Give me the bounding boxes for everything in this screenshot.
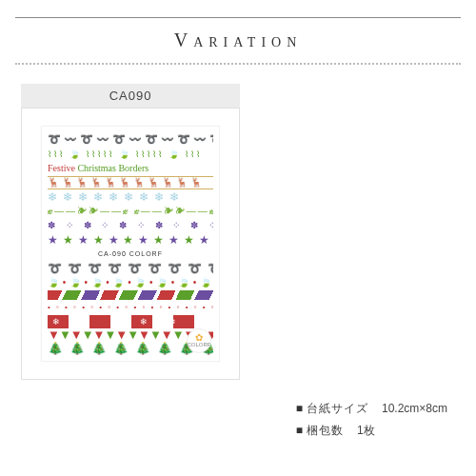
- border-holly: 🍃•🍃•🍃•🍃•🍃•🍃•🍃•🍃: [48, 276, 213, 289]
- border-festive-text: Festive Christmas Borders: [48, 162, 213, 175]
- spec-row-size: ■台紙サイズ10.2cm×8cm: [296, 398, 447, 420]
- border-vine: ⌇⌇⌇ 🍃 ⌇⌇⌇⌇⌇ 🍃 ⌇⌇⌇⌇⌇ 🍃 ⌇⌇⌇: [48, 148, 213, 161]
- border-reindeer: 🦌🦌🦌🦌🦌🦌🦌🦌🦌🦌🦌: [48, 176, 213, 189]
- festive-word-2: Christmas Borders: [77, 163, 149, 173]
- variation-header: Variation: [0, 17, 476, 65]
- spec-label: 台紙サイズ: [307, 398, 368, 420]
- festive-word-1: Festive: [48, 163, 75, 173]
- border-stars: ★★★★★★★★★★★: [48, 233, 213, 247]
- brand-badge-text: COLORF: [188, 342, 211, 347]
- spec-list: ■台紙サイズ10.2cm×8cm ■梱包数1枚: [296, 398, 447, 442]
- header-top-rule: [15, 17, 461, 18]
- product-card: CA090 ➰〰️➰〰️➰〰️➰〰️➰〰️➰〰️➰ ⌇⌇⌇ 🍃 ⌇⌇⌇⌇⌇ 🍃 …: [21, 84, 240, 380]
- flower-icon: ✿: [195, 334, 203, 342]
- border-beads: • ◦ • ◦ • ◦ • ◦ • ◦ • ◦ • ◦ • ◦ • ◦ • ◦ …: [48, 301, 213, 314]
- spec-value: 10.2cm×8cm: [382, 402, 447, 415]
- sheet-code-line: CA-090 COLORF: [48, 248, 213, 261]
- border-knit: [48, 315, 213, 328]
- border-candy-stripe: [48, 290, 213, 300]
- border-swirl: ➰〰️➰〰️➰〰️➰〰️➰〰️➰〰️➰: [48, 133, 213, 147]
- sticker-sheet: ➰〰️➰〰️➰〰️➰〰️➰〰️➰〰️➰ ⌇⌇⌇ 🍃 ⌇⌇⌇⌇⌇ 🍃 ⌇⌇⌇⌇⌇ …: [41, 126, 220, 362]
- border-snowflakes: ❄❄❄❄❄❄❄❄❄: [48, 190, 213, 204]
- square-bullet-icon: ■: [296, 402, 303, 415]
- product-image-frame: ➰〰️➰〰️➰〰️➰〰️➰〰️➰〰️➰ ⌇⌇⌇ 🍃 ⌇⌇⌇⌇⌇ 🍃 ⌇⌇⌇⌇⌇ …: [21, 108, 240, 380]
- border-spirals: ➰➰➰➰➰➰➰➰➰: [48, 262, 213, 275]
- spec-row-qty: ■梱包数1枚: [296, 420, 447, 442]
- product-code-bar: CA090: [21, 84, 240, 108]
- border-flourish: ⸙——❧❧——⸙ ⸙——❧❧——⸙: [48, 205, 213, 218]
- square-bullet-icon: ■: [296, 424, 303, 437]
- header-dotted-rule: [15, 63, 461, 65]
- spec-label: 梱包数: [307, 420, 344, 442]
- spec-value: 1枚: [357, 424, 375, 437]
- border-floral: ✽ ⁘ ✽ ⁘ ✽ ⁘ ✽ ⁘ ✽ ⁘ ✽: [48, 219, 213, 232]
- brand-badge: ✿ COLORF: [187, 328, 211, 353]
- variation-title: Variation: [15, 30, 461, 51]
